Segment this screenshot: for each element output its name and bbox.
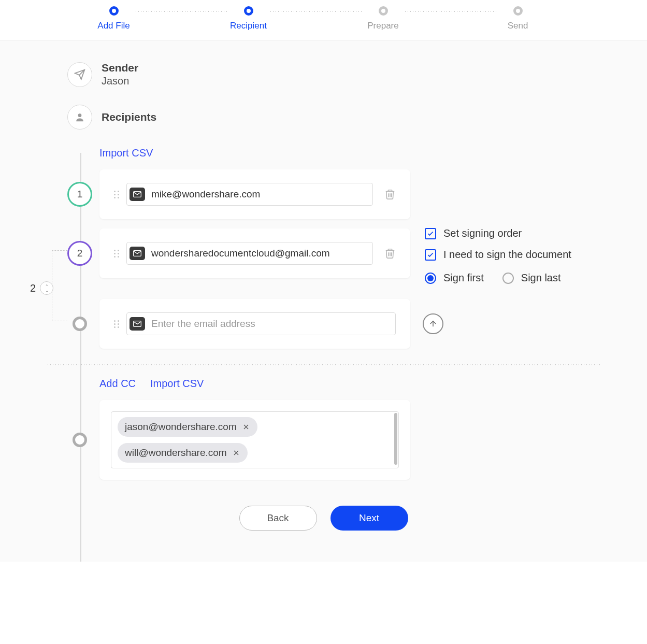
person-icon (75, 112, 85, 122)
step-dot-icon (109, 6, 119, 16)
remove-chip-icon[interactable] (232, 449, 240, 457)
section-divider (47, 364, 600, 365)
recipient-rank-badge: 2 (67, 241, 92, 266)
recipient-email-field[interactable] (126, 312, 396, 335)
progress-stepper: Add File Recipient Prepare Send (0, 0, 647, 41)
add-cc-link[interactable]: Add CC (99, 378, 136, 390)
order-count-value: 2 (30, 282, 36, 294)
step-label: Send (508, 21, 528, 31)
paper-plane-icon (74, 69, 85, 80)
step-send[interactable]: Send (497, 6, 539, 31)
envelope-icon (130, 247, 145, 260)
envelope-icon (130, 188, 145, 201)
cc-chip: jason@wondershare.com (118, 417, 257, 437)
cc-import-csv-link[interactable]: Import CSV (150, 378, 204, 390)
step-add-file[interactable]: Add File (93, 6, 135, 31)
cc-chip-text: jason@wondershare.com (125, 421, 237, 433)
import-csv-link[interactable]: Import CSV (99, 147, 153, 159)
sender-heading: Sender (102, 62, 138, 74)
rank-number: 2 (77, 248, 83, 259)
delete-icon[interactable] (384, 248, 396, 259)
sender-icon-bubble (67, 62, 92, 87)
recipient-email-field[interactable] (126, 242, 373, 265)
step-label: Prepare (367, 21, 398, 31)
step-label: Add File (97, 21, 130, 31)
recipient-email-input[interactable] (151, 189, 367, 200)
sender-name: Jason (102, 75, 138, 87)
envelope-icon (130, 317, 145, 331)
step-dot-icon (513, 6, 523, 16)
cc-chip: will@wondershare.com (118, 443, 248, 463)
recipients-icon-bubble (67, 105, 92, 130)
drag-handle-icon[interactable] (114, 191, 119, 198)
recipient-rank-badge: 1 (67, 182, 92, 207)
recipient-card (99, 228, 410, 278)
remove-chip-icon[interactable] (242, 423, 250, 431)
cc-chip-box[interactable]: jason@wondershare.com will@wondershare.c… (111, 411, 399, 468)
rank-number: 1 (77, 189, 83, 200)
delete-icon[interactable] (384, 189, 396, 200)
cc-chip-text: will@wondershare.com (125, 447, 227, 459)
step-label: Recipient (230, 21, 267, 31)
cc-card: jason@wondershare.com will@wondershare.c… (99, 400, 410, 480)
recipients-heading: Recipients (102, 111, 156, 123)
step-recipient[interactable]: Recipient (228, 6, 269, 31)
svg-point-0 (78, 113, 82, 117)
scrollbar-thumb[interactable] (394, 413, 397, 465)
recipient-blank-card (99, 299, 410, 349)
back-button[interactable]: Back (239, 506, 317, 531)
recipient-email-blank-input[interactable] (151, 318, 390, 330)
drag-handle-icon[interactable] (114, 250, 119, 257)
empty-rank-icon (73, 433, 87, 447)
step-dot-icon (244, 6, 253, 16)
recipient-card (99, 169, 410, 219)
drag-handle-icon[interactable] (114, 320, 119, 328)
order-count-control[interactable]: 2 ⌃⌃ (30, 281, 53, 295)
step-dot-icon (379, 6, 388, 16)
move-up-button[interactable] (423, 313, 443, 334)
expand-collapse-icon[interactable]: ⌃⌃ (40, 281, 53, 295)
next-button[interactable]: Next (330, 506, 408, 531)
recipient-email-field[interactable] (126, 183, 373, 206)
empty-rank-icon (73, 317, 87, 331)
recipient-email-input[interactable] (151, 248, 367, 259)
arrow-up-icon (428, 319, 438, 328)
step-prepare[interactable]: Prepare (363, 6, 404, 31)
